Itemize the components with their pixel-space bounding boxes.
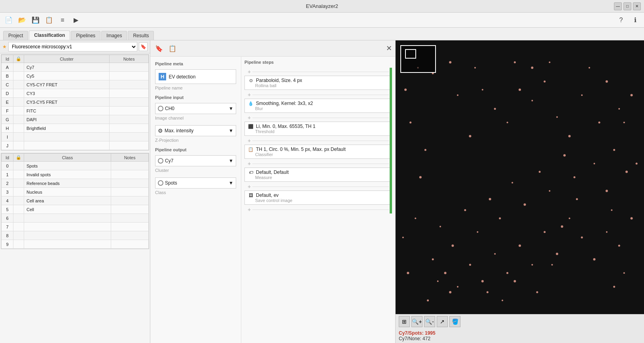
pipeline-step-0[interactable]: ⊙Paraboloid, Size. 4 pxRollina ball — [244, 76, 392, 90]
step-icon-0: ⊙ — [248, 78, 254, 83]
svg-point-63 — [502, 299, 503, 301]
svg-point-47 — [623, 272, 625, 274]
cluster-table: Id 🔒 Cluster Notes ACy7BCy5CCY5-CY7 FRET… — [1, 55, 149, 150]
class-table-row[interactable]: 8 — [2, 231, 149, 240]
image-canvas — [396, 40, 644, 314]
svg-point-14 — [457, 94, 458, 96]
step-name-5: 🖼Default, ev — [248, 192, 388, 198]
pipeline-output-label: Pipeline output — [155, 147, 236, 152]
add-step-end[interactable]: + — [244, 206, 392, 213]
cluster-table-row[interactable]: HBrightfield — [2, 124, 149, 133]
channel-field-label: Image channel — [155, 116, 236, 120]
main-toolbar: 📄 📂 💾 📋 ≡ ▶ ? ℹ — [0, 13, 644, 28]
cluster-table-row[interactable]: DCY3 — [2, 89, 149, 98]
tab-results[interactable]: Results — [128, 31, 154, 40]
thumbnail-overlay — [400, 45, 436, 73]
help-button[interactable]: ? — [616, 15, 627, 26]
pipeline-step-5[interactable]: 🖼Default, evSave control image — [244, 191, 392, 205]
add-step-before-5[interactable]: + — [244, 183, 392, 191]
svg-point-35 — [494, 253, 496, 255]
step-icon-4: 🏷 — [248, 170, 254, 175]
content-area: ★ Fluorescence microscopy:v1 🔖 Id 🔒 Clus… — [0, 40, 644, 343]
svg-point-52 — [589, 67, 590, 69]
maximize-button[interactable]: □ — [623, 2, 631, 10]
app-title: EVAnalayzer2 — [306, 3, 338, 9]
svg-point-10 — [507, 122, 508, 123]
cy7-spots-stat: Cy7/Spots: 1995 — [399, 330, 641, 336]
cluster-table-row[interactable]: J — [2, 141, 149, 150]
svg-point-32 — [457, 286, 458, 288]
class-table-row[interactable]: 0Spots — [2, 162, 149, 170]
run-button[interactable]: ▶ — [70, 15, 81, 26]
cluster-table-row[interactable]: GDAPI — [2, 115, 149, 124]
minimize-button[interactable]: — — [614, 2, 622, 10]
svg-point-15 — [613, 149, 615, 151]
open-button[interactable]: 📂 — [17, 15, 28, 26]
cluster-table-row[interactable]: FFITC — [2, 107, 149, 115]
svg-point-2 — [618, 108, 620, 110]
settings-button[interactable]: 🪣 — [449, 316, 460, 327]
cluster-table-row[interactable]: I — [2, 133, 149, 141]
class-table-row[interactable]: 9 — [2, 240, 149, 249]
list-button[interactable]: ≡ — [57, 15, 68, 26]
svg-point-36 — [506, 272, 508, 274]
zprojection-dropdown[interactable]: ⚙ Max. intensity ▼ — [155, 125, 236, 136]
info-button[interactable]: ℹ — [630, 15, 641, 26]
add-step-before-1[interactable]: + — [244, 91, 392, 99]
cluster-table-section: Id 🔒 Cluster Notes ACy7BCy5CCY5-CY7 FRET… — [1, 54, 149, 151]
tab-pipelines[interactable]: Pipelines — [71, 31, 100, 40]
cluster-output-dropdown[interactable]: Cy7 ▼ — [155, 155, 236, 166]
microscopy-image — [396, 40, 644, 314]
new-button[interactable]: 📄 — [3, 15, 14, 26]
left-panel: ★ Fluorescence microscopy:v1 🔖 Id 🔒 Clus… — [0, 40, 150, 343]
add-step-before-2[interactable]: + — [244, 114, 392, 122]
class-table-row[interactable]: 5Cell — [2, 205, 149, 214]
class-table-row[interactable]: 2Reference beads — [2, 179, 149, 188]
fit-view-button[interactable]: ⊞ — [399, 316, 410, 327]
bookmark-icon-button[interactable]: 🔖 — [153, 43, 165, 54]
svg-point-56 — [631, 94, 633, 96]
tab-classification[interactable]: Classification — [29, 30, 70, 40]
class-table-row[interactable]: 3Nucleus — [2, 188, 149, 196]
cluster-table-row[interactable]: ECY3-CY5 FRET — [2, 98, 149, 107]
class-table-row[interactable]: 1Invalid spots — [2, 170, 149, 179]
class-table-row[interactable]: 4Cell area — [2, 196, 149, 205]
svg-point-76 — [514, 61, 516, 63]
channel-dropdown[interactable]: CH0 ▼ — [155, 103, 236, 114]
tab-project[interactable]: Project — [3, 31, 28, 40]
svg-point-70 — [409, 122, 411, 124]
svg-point-22 — [524, 204, 526, 206]
svg-point-20 — [549, 190, 550, 192]
save-as-button[interactable]: 📋 — [44, 15, 55, 26]
add-step-before-4[interactable]: + — [244, 160, 392, 168]
step-sub-5: Save control image — [248, 198, 388, 203]
zoom-in-button[interactable]: 🔍+ — [411, 316, 422, 327]
pipeline-step-2[interactable]: ⬛Li, Min. 0, Max. 65535, TH 1Threshold — [244, 122, 392, 136]
step-label-2: Li, Min. 0, Max. 65535, TH 1 — [256, 124, 316, 129]
right-panel: ⊞ 🔍+ 🔍- ↗ 🪣 Cy7/Spots: 1995 Cy7/None: 47… — [396, 40, 644, 343]
microscopy-dropdown[interactable]: Fluorescence microscopy:v1 — [8, 42, 137, 51]
close-panel-button[interactable]: ✕ — [386, 44, 392, 53]
step-label-0: Paraboloid, Size. 4 px — [256, 78, 302, 83]
save-button[interactable]: 💾 — [30, 15, 41, 26]
pipeline-step-3[interactable]: 📋TH 1, Circ. 0 %, Min. 5 px, Max. px Def… — [244, 145, 392, 159]
step-label-5: Default, ev — [256, 192, 278, 198]
add-step-before-0[interactable]: + — [244, 68, 392, 76]
class-table-row[interactable]: 6 — [2, 214, 149, 223]
cluster-table-row[interactable]: ACy7 — [2, 63, 149, 72]
class-table-row[interactable]: 7 — [2, 223, 149, 231]
svg-point-53 — [606, 190, 608, 192]
add-step-before-3[interactable]: + — [244, 137, 392, 145]
cluster-table-row[interactable]: CCY5-CY7 FRET — [2, 80, 149, 89]
cluster-table-row[interactable]: BCy5 — [2, 72, 149, 80]
bookmark-button[interactable]: 🔖 — [139, 42, 148, 51]
cluster-col-notes: Notes — [110, 55, 149, 63]
pipeline-step-1[interactable]: 💧Smoothing, Kernel: 3x3, x2Blur — [244, 99, 392, 113]
class-output-dropdown[interactable]: Spots ▼ — [155, 177, 236, 189]
export-button[interactable]: ↗ — [437, 316, 448, 327]
pipeline-step-4[interactable]: 🏷Default, DefaultMeasure — [244, 168, 392, 182]
tab-images[interactable]: Images — [101, 31, 127, 40]
copy-icon-button[interactable]: 📋 — [167, 43, 178, 54]
zoom-out-button[interactable]: 🔍- — [424, 316, 435, 327]
close-button[interactable]: ✕ — [633, 2, 641, 10]
